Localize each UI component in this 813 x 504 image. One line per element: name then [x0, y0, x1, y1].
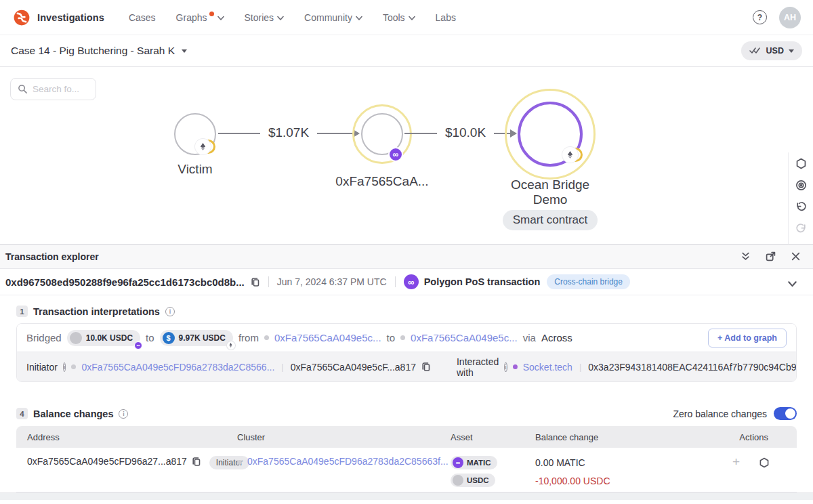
search-icon	[18, 84, 28, 94]
app-window: Investigations Cases Graphs Stories Comm…	[0, 0, 813, 504]
case-bar: Case 14 - Pig Butchering - Sarah K USD	[0, 35, 813, 67]
add-to-graph-button[interactable]: + Add to graph	[708, 329, 787, 348]
divider: |	[578, 362, 583, 372]
nav-item-graphs[interactable]: Graphs	[176, 11, 224, 24]
chevron-down-icon	[217, 15, 224, 22]
transaction-summary-row[interactable]: 0xd967508ed950288f9e96fa25cc1d6173cbc0d8…	[0, 269, 813, 295]
open-in-new-icon[interactable]	[766, 251, 776, 261]
chevron-down-icon[interactable]	[788, 280, 797, 289]
balance-title: Balance changes	[33, 408, 113, 419]
smart-contract-tag-wrap: Smart contract	[482, 210, 618, 230]
nav-right: ? AH	[753, 7, 801, 28]
cell-balance-change: 0.00 MATIC -10,000.00 USDC	[535, 448, 705, 492]
info-icon[interactable]: i	[165, 307, 175, 316]
to-word: to	[146, 332, 154, 343]
explorer-title: Transaction explorer	[5, 251, 99, 262]
asset-pill-matic: ∞ MATIC	[451, 456, 497, 469]
currency-value: USD	[766, 46, 784, 56]
col-asset: Asset	[451, 426, 535, 448]
polygon-chain-badge: ∞	[388, 147, 403, 162]
amount-to: 9.97K USDC	[179, 333, 226, 343]
interacted-address: 0x3a23F943181408EAC424116Af7b7790c94Cb97…	[588, 362, 797, 373]
node-bridge-label-line2: Demo	[496, 192, 604, 207]
app-logo-icon	[12, 8, 31, 27]
info-icon[interactable]: i	[119, 409, 128, 419]
address-dot	[264, 335, 269, 340]
col-cluster: Cluster	[237, 426, 451, 448]
undo-icon[interactable]	[795, 201, 807, 213]
copy-icon[interactable]	[421, 362, 431, 372]
action-label: Bridged	[26, 332, 62, 343]
cell-address: 0xFa7565CaA049e5cFD96a27...a817 Initiato…	[16, 448, 237, 492]
redo-icon[interactable]	[795, 223, 807, 234]
chevron-down-icon	[182, 49, 187, 53]
eth-asset-badge	[195, 139, 215, 155]
transaction-explorer-header: Transaction explorer	[0, 244, 813, 269]
hexagon-icon[interactable]	[759, 457, 770, 468]
graph-search[interactable]	[10, 78, 96, 100]
copy-icon[interactable]	[192, 457, 201, 467]
hexagon-tool-icon[interactable]	[795, 158, 807, 169]
edge-amount-label[interactable]: $10.0K	[437, 125, 494, 140]
zero-balance-toggle[interactable]	[774, 407, 797, 420]
polygon-chain-mini-badge: ∞	[134, 341, 142, 350]
smart-contract-tag: Smart contract	[503, 210, 598, 230]
node-victim-label[interactable]: Victim	[161, 162, 229, 177]
bottom-strip	[0, 492, 813, 500]
ethereum-icon	[566, 150, 575, 159]
collapse-icon[interactable]	[741, 251, 751, 261]
node-bridge-label-line1: Ocean Bridge	[496, 177, 604, 192]
info-icon[interactable]: i	[63, 362, 66, 372]
case-title-dropdown[interactable]: Case 14 - Pig Butchering - Sarah K	[11, 45, 187, 57]
add-icon[interactable]: +	[732, 456, 740, 468]
nav-item-cases[interactable]: Cases	[129, 11, 156, 24]
nav-item-community[interactable]: Community	[304, 11, 362, 24]
amount-from: 10.0K USDC	[86, 333, 133, 343]
address-dot	[237, 460, 242, 465]
amount-to-pill[interactable]: $ 9.97K USDC	[160, 330, 233, 346]
help-icon[interactable]: ?	[753, 10, 767, 24]
polygon-icon: ∞	[453, 457, 463, 468]
brand-name: Investigations	[37, 12, 104, 23]
initiator-row: Initiator i 0xFa7565CaA049e5cFD96a2783da…	[17, 352, 796, 381]
from-word: from	[238, 332, 259, 343]
interpretation-card: Bridged 10.0K USDC ∞ to $ 9.97K USDC fro…	[16, 323, 797, 382]
node-middle-label[interactable]: 0xFa7565CaA...	[335, 174, 430, 189]
transaction-hash: 0xd967508ed950288f9e96fa25cc1d6173cbc0d8…	[5, 276, 245, 288]
nav-item-tools[interactable]: Tools	[383, 11, 415, 24]
asset-pill-usdc: USDC	[451, 474, 495, 487]
divider	[268, 276, 269, 287]
divider: |	[280, 362, 285, 372]
nav-item-labs[interactable]: Labs	[436, 11, 456, 24]
currency-selector[interactable]: USD	[741, 41, 802, 60]
interacted-entity-link[interactable]: Socket.tech	[523, 362, 572, 373]
node-bridge-label[interactable]: Ocean Bridge Demo	[496, 177, 604, 207]
case-title: Case 14 - Pig Butchering - Sarah K	[11, 45, 175, 57]
search-input[interactable]	[33, 84, 87, 94]
usdc-icon: $	[163, 332, 175, 344]
bridge-protocol-name: Across	[541, 332, 572, 343]
edge-amount-label[interactable]: $1.07K	[260, 125, 317, 140]
cluster-link[interactable]: 0xFa7565CaA049e5cFD96a2783da2C85663f...	[247, 456, 449, 467]
notification-dot	[209, 12, 214, 16]
amount-from-pill[interactable]: 10.0K USDC ∞	[67, 330, 140, 346]
close-icon[interactable]	[791, 251, 801, 261]
eth-asset-badge	[562, 147, 583, 163]
asset-symbol: MATIC	[467, 459, 491, 467]
nav-label: Graphs	[176, 11, 207, 24]
chevron-down-icon	[789, 49, 794, 53]
brand[interactable]: Investigations	[12, 8, 104, 27]
target-icon[interactable]	[795, 180, 807, 191]
graph-canvas[interactable]: Victim $1.07K ∞ 0xFa7565CaA... $10.0K	[0, 67, 813, 244]
token-icon	[453, 475, 463, 486]
nav-label: Labs	[436, 11, 456, 24]
copy-icon[interactable]	[251, 277, 260, 287]
nav-item-stories[interactable]: Stories	[245, 11, 285, 24]
info-icon[interactable]: i	[504, 362, 507, 372]
top-navbar: Investigations Cases Graphs Stories Comm…	[0, 0, 813, 35]
to-address-link[interactable]: 0xFa7565CaA049e5c...	[411, 332, 518, 343]
initiator-address-link[interactable]: 0xFa7565CaA049e5cFD96a2783da2C8566...	[81, 362, 274, 373]
avatar[interactable]: AH	[779, 7, 801, 28]
balance-change-value-negative: -10,000.00 USDC	[535, 474, 705, 488]
from-address-link[interactable]: 0xFa7565CaA049e5c...	[274, 332, 381, 343]
